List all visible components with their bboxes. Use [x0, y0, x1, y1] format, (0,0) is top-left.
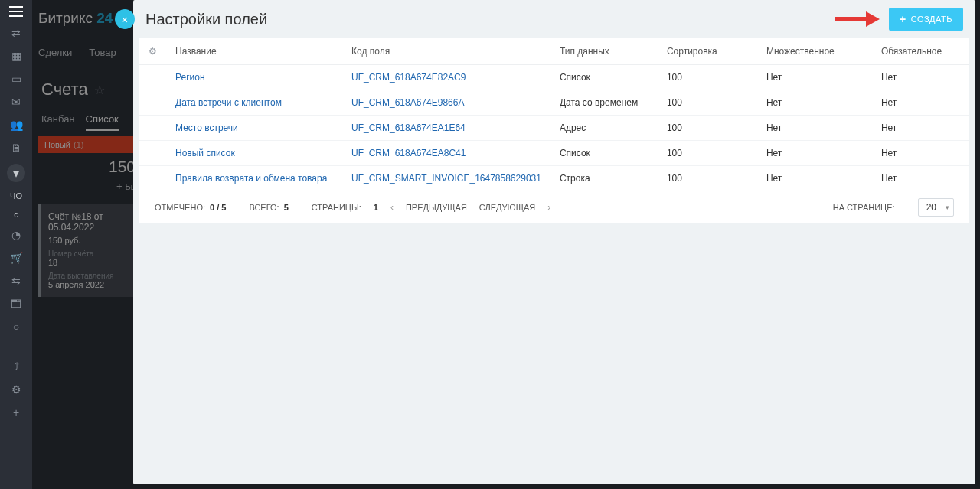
row-type: Список: [550, 141, 658, 166]
row-code-link[interactable]: UF_CRM_SMART_INVOICE_1647858629031: [351, 173, 541, 184]
left-sidebar: ⇄ ▦ ▭ ✉ 👥 🗎 ▾ ЧО с ◔ 🛒 ⇆ 🗔 ○ ⤴ ⚙ +: [0, 0, 32, 489]
pager-bar: ОТМЕЧЕНО: 0 / 5 ВСЕГО: 5 СТРАНИЦЫ: 1 ‹ П…: [139, 191, 969, 223]
nav-icon-13[interactable]: ⚙: [9, 383, 23, 396]
pager-next[interactable]: СЛЕДУЮЩАЯ: [479, 203, 535, 212]
row-multi: Нет: [757, 141, 872, 166]
row-required: Нет: [872, 90, 969, 116]
row-multi: Нет: [757, 166, 872, 191]
row-sort: 100: [658, 90, 757, 116]
row-code-link[interactable]: UF_CRM_618A674EA1E64: [351, 122, 466, 133]
avatar-initials[interactable]: ЧО: [10, 191, 22, 200]
nav-icon-6[interactable]: 🗎: [9, 141, 23, 155]
row-sort: 100: [658, 116, 757, 141]
close-panel-button[interactable]: ×: [115, 9, 135, 29]
table-row[interactable]: Правила возврата и обмена товараUF_CRM_S…: [139, 166, 969, 191]
row-name-link[interactable]: Место встречи: [175, 122, 238, 133]
chevron-left-icon[interactable]: ‹: [390, 202, 394, 213]
row-code-link[interactable]: UF_CRM_618A674E82AC9: [351, 72, 466, 83]
add-icon[interactable]: +: [9, 406, 23, 419]
row-multi: Нет: [757, 65, 872, 90]
sidebar-stub: с: [14, 210, 18, 219]
gear-icon[interactable]: ⚙: [149, 46, 157, 57]
nav-icon-8[interactable]: 🛒: [9, 251, 23, 265]
nav-icon-11[interactable]: ○: [9, 320, 23, 334]
col-multi[interactable]: Множественное: [757, 38, 872, 65]
row-type: Строка: [550, 166, 658, 191]
fields-table: ⚙ Название Код поля Тип данных Сортировк…: [139, 38, 969, 223]
table-row[interactable]: РегионUF_CRM_618A674E82AC9Список100НетНе…: [139, 65, 969, 90]
col-required[interactable]: Обязательное: [872, 38, 969, 65]
panel-header: Настройки полей + СОЗДАТЬ: [133, 0, 975, 38]
col-sort[interactable]: Сортировка: [658, 38, 757, 65]
nav-icon-9[interactable]: ⇆: [9, 274, 23, 288]
chevron-right-icon[interactable]: ›: [547, 202, 550, 213]
row-required: Нет: [872, 166, 969, 191]
selected-value: 0 / 5: [210, 203, 226, 212]
col-name[interactable]: Название: [166, 38, 342, 65]
pages-label: СТРАНИЦЫ:: [312, 203, 361, 212]
row-type: Адрес: [550, 116, 658, 141]
row-multi: Нет: [757, 116, 872, 141]
guide-arrow-icon: [835, 11, 884, 27]
selected-label: ОТМЕЧЕНО:: [155, 203, 205, 212]
row-multi: Нет: [757, 90, 872, 116]
row-sort: 100: [658, 65, 757, 90]
hamburger-icon[interactable]: [9, 6, 23, 17]
nav-icon-1[interactable]: ⇄: [9, 26, 23, 40]
per-page-label: НА СТРАНИЦЕ:: [833, 203, 895, 212]
pager-prev[interactable]: ПРЕДЫДУЩАЯ: [406, 203, 467, 212]
total-label: ВСЕГО:: [249, 203, 279, 212]
row-name-link[interactable]: Правила возврата и обмена товара: [175, 173, 327, 184]
row-name-link[interactable]: Регион: [175, 72, 205, 83]
nav-icon-10[interactable]: 🗔: [9, 297, 23, 311]
row-name-link[interactable]: Новый список: [175, 148, 235, 158]
field-settings-panel: Настройки полей + СОЗДАТЬ ⚙ Название Код…: [133, 0, 975, 484]
nav-icon-3[interactable]: ▭: [9, 72, 23, 86]
pages-value: 1: [374, 203, 378, 212]
row-code-link[interactable]: UF_CRM_618A674E9866A: [351, 97, 464, 108]
table-row[interactable]: Новый списокUF_CRM_618A674EA8C41Список10…: [139, 141, 969, 166]
nav-icon-2[interactable]: ▦: [9, 49, 23, 63]
table-row[interactable]: Место встречиUF_CRM_618A674EA1E64Адрес10…: [139, 116, 969, 141]
create-button[interactable]: + СОЗДАТЬ: [889, 8, 963, 31]
col-code[interactable]: Код поля: [342, 38, 550, 65]
row-sort: 100: [658, 141, 757, 166]
total-value: 5: [284, 203, 289, 212]
row-code-link[interactable]: UF_CRM_618A674EA8C41: [351, 148, 466, 158]
plus-icon: +: [900, 13, 906, 25]
nav-icon-7[interactable]: ◔: [9, 228, 23, 242]
nav-icon-4[interactable]: ✉: [9, 95, 23, 109]
nav-icon-5[interactable]: 👥: [9, 118, 23, 132]
nav-icon-12[interactable]: ⤴: [9, 360, 23, 373]
row-type: Список: [550, 65, 658, 90]
panel-title: Настройки полей: [145, 11, 835, 28]
per-page-select[interactable]: 20: [918, 198, 954, 217]
row-sort: 100: [658, 166, 757, 191]
row-required: Нет: [872, 65, 969, 90]
funnel-icon[interactable]: ▾: [7, 164, 25, 182]
table-header-row: ⚙ Название Код поля Тип данных Сортировк…: [139, 38, 969, 65]
row-name-link[interactable]: Дата встречи с клиентом: [175, 97, 282, 108]
table-row[interactable]: Дата встречи с клиентомUF_CRM_618A674E98…: [139, 90, 969, 116]
row-required: Нет: [872, 141, 969, 166]
row-required: Нет: [872, 116, 969, 141]
row-type: Дата со временем: [550, 90, 658, 116]
col-type[interactable]: Тип данных: [550, 38, 658, 65]
